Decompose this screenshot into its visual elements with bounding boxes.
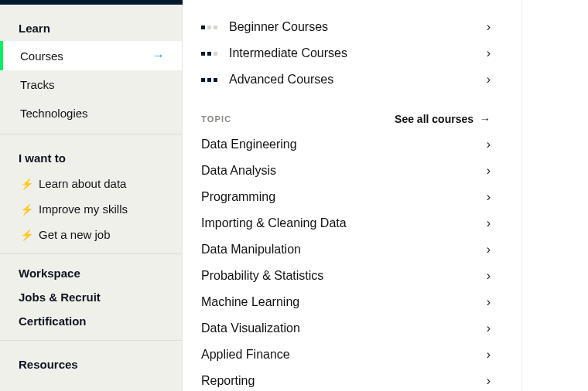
topic-heading: Topic bbox=[201, 114, 231, 124]
sidebar-heading-learn: Learn bbox=[0, 17, 182, 41]
level-label: Intermediate Courses bbox=[229, 46, 347, 60]
topic-row[interactable]: Probability & Statistics› bbox=[201, 263, 491, 289]
topic-label: Applied Finance bbox=[201, 348, 290, 362]
chevron-right-icon: › bbox=[487, 190, 491, 204]
topic-label: Data Analysis bbox=[201, 164, 276, 178]
level-icon-beginner bbox=[201, 26, 218, 29]
sidebar-goal-new-job[interactable]: ⚡ Get a new job bbox=[0, 222, 182, 247]
level-icon-advanced bbox=[201, 78, 218, 82]
chevron-right-icon: › bbox=[487, 374, 491, 388]
chevron-right-icon: › bbox=[487, 295, 491, 309]
topic-row[interactable]: Machine Learning› bbox=[201, 289, 491, 315]
topic-label: Machine Learning bbox=[201, 295, 299, 309]
topic-label: Probability & Statistics bbox=[201, 269, 323, 283]
sidebar-goal-label: Learn about data bbox=[39, 177, 126, 190]
chevron-right-icon: › bbox=[487, 243, 491, 257]
sidebar-section-learn: Learn Courses → Tracks Technologies bbox=[0, 11, 182, 134]
chevron-right-icon: › bbox=[487, 73, 491, 87]
topic-row[interactable]: Applied Finance› bbox=[201, 342, 491, 368]
sidebar-section-other: Workspace Jobs & Recruit Certification bbox=[0, 253, 182, 340]
sidebar-item-tracks[interactable]: Tracks bbox=[0, 70, 182, 99]
sidebar-heading-resources: Resources bbox=[0, 353, 182, 377]
topic-row[interactable]: Data Analysis› bbox=[201, 158, 491, 184]
level-row-intermediate[interactable]: Intermediate Courses › bbox=[201, 40, 491, 66]
level-row-beginner[interactable]: Beginner Courses › bbox=[201, 14, 491, 40]
sidebar-item-courses[interactable]: Courses → bbox=[0, 41, 182, 70]
sidebar-goal-label: Get a new job bbox=[39, 228, 111, 241]
arrow-right-icon: → bbox=[152, 49, 165, 63]
sidebar-heading-want: I want to bbox=[0, 147, 182, 171]
sidebar-item-workspace[interactable]: Workspace bbox=[0, 267, 182, 286]
topic-label: Data Visualization bbox=[201, 321, 300, 335]
level-icon-intermediate bbox=[201, 52, 218, 56]
sidebar-goal-improve-skills[interactable]: ⚡ Improve my skills bbox=[0, 196, 182, 222]
sidebar-item-certification[interactable]: Certification bbox=[0, 310, 182, 334]
level-label: Advanced Courses bbox=[229, 73, 333, 87]
topic-block: Topic See all courses → Data Engineering… bbox=[201, 113, 491, 391]
lightning-icon: ⚡ bbox=[20, 229, 31, 241]
see-all-label: See all courses bbox=[395, 113, 473, 125]
chevron-right-icon: › bbox=[487, 321, 491, 335]
chevron-right-icon: › bbox=[487, 269, 491, 283]
sidebar-item-technologies[interactable]: Technologies bbox=[0, 99, 182, 128]
topic-row[interactable]: Data Visualization› bbox=[201, 315, 491, 342]
topic-row[interactable]: Importing & Cleaning Data› bbox=[201, 210, 491, 236]
arrow-right-icon: → bbox=[480, 113, 491, 125]
lightning-icon: ⚡ bbox=[20, 203, 31, 216]
topic-label: Programming bbox=[201, 190, 275, 204]
sidebar-section-want: I want to ⚡ Learn about data ⚡ Improve m… bbox=[0, 134, 182, 253]
chevron-right-icon: › bbox=[487, 20, 491, 34]
topic-label: Reporting bbox=[201, 374, 255, 388]
chevron-right-icon: › bbox=[487, 138, 491, 151]
topic-row[interactable]: Programming› bbox=[201, 184, 491, 210]
chevron-right-icon: › bbox=[487, 348, 491, 362]
topic-label: Importing & Cleaning Data bbox=[201, 216, 347, 230]
lightning-icon: ⚡ bbox=[20, 178, 31, 190]
topic-row[interactable]: Data Manipulation› bbox=[201, 236, 491, 263]
chevron-right-icon: › bbox=[487, 216, 491, 230]
sidebar-section-resources: Resources bbox=[0, 340, 182, 383]
sidebar-goal-learn-data[interactable]: ⚡ Learn about data bbox=[0, 171, 182, 196]
main-panel: Beginner Courses › Intermediate Courses … bbox=[183, 0, 521, 391]
chevron-right-icon: › bbox=[487, 164, 491, 178]
sidebar-item-jobs-recruit[interactable]: Jobs & Recruit bbox=[0, 286, 182, 310]
topic-row[interactable]: Data Engineering› bbox=[201, 131, 491, 158]
topic-label: Data Manipulation bbox=[201, 243, 301, 257]
chevron-right-icon: › bbox=[487, 46, 491, 60]
topic-row[interactable]: Reporting› bbox=[201, 368, 491, 391]
sidebar-item-label: Tracks bbox=[20, 78, 54, 91]
level-label: Beginner Courses bbox=[229, 20, 328, 34]
see-all-courses-link[interactable]: See all courses → bbox=[395, 113, 491, 125]
sidebar-goal-label: Improve my skills bbox=[39, 202, 128, 216]
sidebar-item-label: Courses bbox=[20, 49, 63, 63]
sidebar: Learn Courses → Tracks Technologies I wa… bbox=[0, 0, 183, 391]
level-row-advanced[interactable]: Advanced Courses › bbox=[201, 66, 491, 93]
sidebar-item-label: Technologies bbox=[20, 107, 88, 120]
topic-label: Data Engineering bbox=[201, 138, 297, 151]
right-strip bbox=[521, 0, 588, 391]
